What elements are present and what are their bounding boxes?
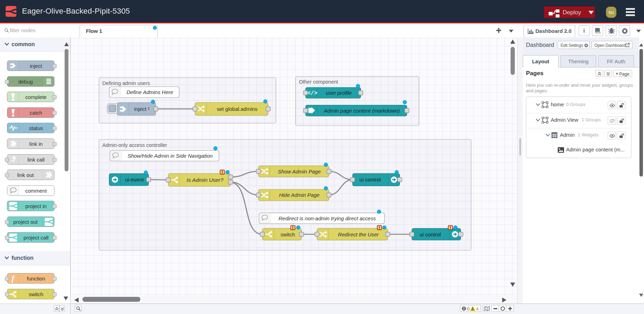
- svg-text:Show/Hide Admin in Side Naviga: Show/Hide Admin in Side Navigation: [127, 153, 213, 159]
- svg-text:Show Admin Page: Show Admin Page: [278, 169, 321, 174]
- svg-text:Redirect the User: Redirect the User: [338, 231, 379, 237]
- svg-text:set global.admins: set global.admins: [217, 106, 258, 112]
- svg-text:user profile: user profile: [326, 90, 352, 96]
- svg-text:Other component: Other component: [299, 79, 338, 85]
- svg-text:Defining admin users: Defining admin users: [102, 80, 150, 86]
- svg-text:ui-event: ui-event: [125, 177, 144, 183]
- svg-text:ui control: ui control: [360, 177, 381, 183]
- svg-text:Admin page content (markdown): Admin page content (markdown): [324, 108, 400, 114]
- svg-text:ui control: ui control: [420, 231, 441, 237]
- svg-text:Redirect is non-admin trying d: Redirect is non-admin trying direct acce…: [279, 215, 376, 221]
- svg-text:Is Admin User?: Is Admin User?: [186, 177, 224, 183]
- svg-text:Define Admins Here: Define Admins Here: [126, 89, 173, 95]
- svg-text:</>: </>: [307, 90, 317, 97]
- svg-text:Hide Admin Page: Hide Admin Page: [279, 192, 320, 198]
- svg-text:switch: switch: [280, 231, 295, 237]
- svg-text:inject ¹: inject ¹: [134, 106, 149, 112]
- svg-text:Admin-only access controller: Admin-only access controller: [102, 142, 167, 148]
